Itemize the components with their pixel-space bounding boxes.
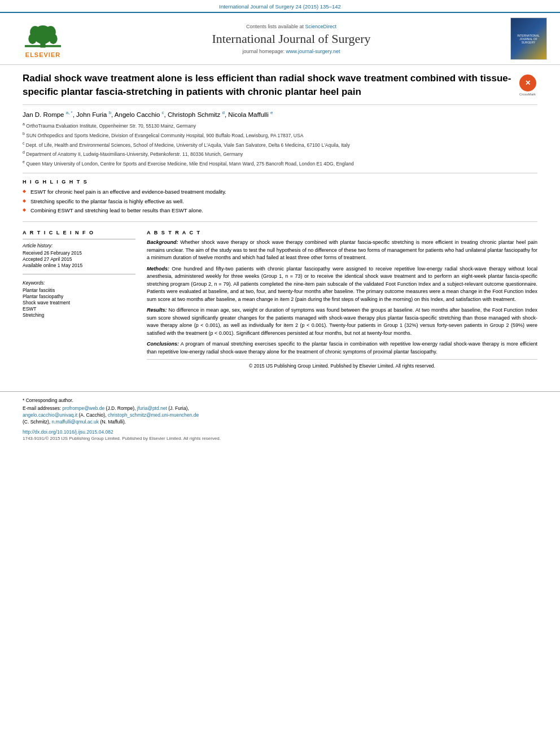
- homepage-url[interactable]: www.journal-surgery.net: [286, 49, 340, 54]
- article-title: Radial shock wave treatment alone is les…: [23, 72, 512, 99]
- conclusions-label: Conclusions:: [147, 341, 179, 347]
- email-4[interactable]: christoph_schmitz@med.uni-muenchen.de: [108, 412, 199, 418]
- journal-title-main: International Journal of Surgery: [82, 32, 500, 46]
- received-date: Received 26 February 2015: [23, 250, 135, 256]
- email-line-3: (C. Schmitz), n.maffulli@qmul.ac.uk (N. …: [23, 419, 537, 425]
- page-container: International Journal of Surgery 24 (201…: [0, 0, 560, 747]
- keyword-5: Stretching: [23, 312, 135, 318]
- doi-link[interactable]: http://dx.doi.org/10.1016/j.ijsu.2015.04…: [23, 429, 537, 435]
- highlights-header: H I G H L I G H T S: [23, 179, 537, 185]
- article-info-header: A R T I C L E I N F O: [23, 230, 135, 235]
- email-5-author: (N. Maffulli).: [100, 419, 126, 425]
- abstract-methods: Methods: One hundred and fifty-two patie…: [147, 265, 537, 304]
- keywords-label: Keywords:: [23, 280, 135, 286]
- email-4-author: (C. Schmitz),: [23, 419, 51, 425]
- email-1[interactable]: profrompe@web.de: [62, 405, 104, 411]
- author-1: Jan D. Rompe a, *,: [23, 111, 76, 118]
- conclusions-text: A program of manual stretching exercises…: [147, 341, 537, 355]
- article-body: Radial shock wave treatment alone is les…: [0, 65, 560, 386]
- author-3: Angelo Cacchio c,: [115, 111, 168, 118]
- affiliations: a OrthoTrauma Evaluation Institute, Oppe…: [23, 121, 537, 173]
- authors-line: Jan D. Rompe a, *, John Furia b, Angelo …: [23, 111, 537, 119]
- svg-rect-6: [25, 45, 61, 47]
- email-label: E-mail addresses:: [23, 405, 61, 411]
- author-4: Christoph Schmitz d,: [168, 111, 228, 118]
- abstract-section: A B S T R A C T Background: Whether shoc…: [147, 230, 537, 369]
- right-column: A B S T R A C T Background: Whether shoc…: [147, 230, 537, 369]
- sciencedirect-line: Contents lists available at ScienceDirec…: [82, 24, 500, 29]
- journal-cover-section: INTERNATIONALJOURNAL OFSURGERY: [506, 18, 551, 60]
- divider-2: [23, 274, 135, 274]
- corresponding-note: * Corresponding author.: [23, 397, 537, 403]
- keyword-4: ESWT: [23, 306, 135, 312]
- sciencedirect-prefix: Contents lists available at: [246, 24, 304, 29]
- background-label: Background:: [147, 239, 178, 245]
- abstract-results: Results: No difference in mean age, sex,…: [147, 307, 537, 337]
- journal-homepage-line: journal homepage: www.journal-surgery.ne…: [82, 49, 500, 54]
- article-history: Article history: Received 26 February 20…: [23, 243, 135, 268]
- email-1-author: (J.D. Rompe),: [106, 405, 137, 411]
- background-text: Whether shock wave therapy or shock wave…: [147, 239, 537, 260]
- crossmark-icon: ✕: [519, 75, 536, 91]
- affiliation-b: b SUN Orthopedics and Sports Medicine, D…: [23, 131, 537, 139]
- highlights-section: H I G H L I G H T S ESWT for chronic hee…: [23, 179, 537, 222]
- highlight-item-1: ESWT for chronic heel pain is an effecti…: [23, 188, 537, 195]
- sciencedirect-link[interactable]: ScienceDirect: [305, 24, 337, 29]
- keyword-3: Shock wave treatment: [23, 300, 135, 305]
- issn-line: 1743-9191/© 2015 IJS Publishing Group Li…: [23, 436, 537, 441]
- crossmark-badge: ✕ CrossMark: [518, 75, 537, 96]
- article-title-section: Radial shock wave treatment alone is les…: [23, 72, 537, 105]
- highlight-item-2: Stretching specific to the plantar fasci…: [23, 198, 537, 205]
- journal-cover-image: INTERNATIONALJOURNAL OFSURGERY: [510, 18, 547, 60]
- email-addresses-line: E-mail addresses: profrompe@web.de (J.D.…: [23, 405, 537, 411]
- email-3-author: (A. Cacchio),: [78, 412, 108, 418]
- abstract-background: Background: Whether shock wave therapy o…: [147, 239, 537, 262]
- elsevier-wordmark: ELSEVIER: [25, 51, 60, 58]
- abstract-conclusions: Conclusions: A program of manual stretch…: [147, 340, 537, 356]
- methods-text: One hundred and fifty-two patients with …: [147, 266, 537, 302]
- accepted-date: Accepted 27 April 2015: [23, 256, 135, 262]
- top-citation-bar: International Journal of Surgery 24 (201…: [0, 0, 560, 12]
- elsevier-tree-icon: [23, 19, 63, 50]
- doi-url[interactable]: http://dx.doi.org/10.1016/j.ijsu.2015.04…: [23, 429, 113, 435]
- homepage-prefix: journal homepage:: [243, 49, 285, 54]
- svg-point-4: [28, 34, 37, 44]
- keyword-1: Plantar fasciitis: [23, 287, 135, 293]
- top-citation-text: International Journal of Surgery 24 (201…: [219, 3, 340, 10]
- affiliation-a: a OrthoTrauma Evaluation Institute, Oppe…: [23, 121, 537, 130]
- abstract-header: A B S T R A C T: [147, 230, 537, 235]
- author-2: John Furia b,: [76, 111, 115, 118]
- results-label: Results:: [147, 307, 167, 313]
- keywords-section: Keywords: Plantar fasciitis Plantar fasc…: [23, 280, 135, 318]
- affiliation-d: d Department of Anatomy II, Ludwig-Maxim…: [23, 150, 537, 158]
- journal-header-center: Contents lists available at ScienceDirec…: [82, 24, 500, 54]
- elsevier-logo-section: ELSEVIER: [9, 19, 77, 58]
- available-date: Available online 1 May 2015: [23, 263, 135, 268]
- svg-point-5: [49, 34, 58, 44]
- two-col-layout: A R T I C L E I N F O Article history: R…: [23, 230, 537, 369]
- journal-header: ELSEVIER Contents lists available at Sci…: [0, 12, 560, 65]
- affiliation-c: c Dept. of Life, Health and Environmenta…: [23, 141, 537, 149]
- email-2-author: (J. Furia),: [168, 405, 189, 411]
- methods-label: Methods:: [147, 266, 169, 272]
- email-2[interactable]: jfuria@ptd.net: [137, 405, 167, 411]
- keyword-2: Plantar fasciopathy: [23, 294, 135, 299]
- results-text: No difference in mean age, sex, weight o…: [147, 307, 537, 336]
- elsevier-logo: ELSEVIER: [9, 19, 77, 58]
- history-label: Article history:: [23, 243, 135, 248]
- crossmark-label: CrossMark: [519, 93, 536, 96]
- abstract-copyright: © 2015 IJS Publishing Group Limited. Pub…: [147, 359, 537, 369]
- email-3[interactable]: angelo.cacchio@univaq.it: [23, 412, 77, 418]
- email-5[interactable]: n.maffulli@qmul.ac.uk: [51, 419, 99, 425]
- affiliation-e: e Queen Mary University of London, Centr…: [23, 159, 537, 168]
- journal-cover-text: INTERNATIONALJOURNAL OFSURGERY: [516, 33, 541, 45]
- divider: [23, 239, 135, 239]
- left-column: A R T I C L E I N F O Article history: R…: [23, 230, 135, 369]
- article-footer: * Corresponding author. E-mail addresses…: [0, 391, 560, 447]
- author-5: Nicola Maffulli e: [228, 111, 273, 118]
- highlight-item-3: Combining ESWT and stretching lead to be…: [23, 207, 537, 214]
- email-line-2: angelo.cacchio@univaq.it (A. Cacchio), c…: [23, 412, 537, 418]
